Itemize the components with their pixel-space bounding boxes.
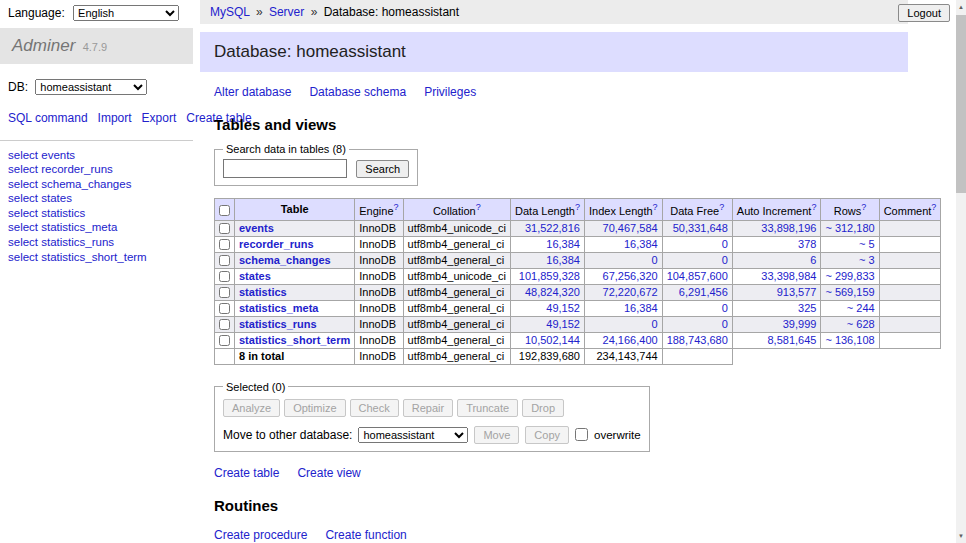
sidebar-link-select-statistics-runs[interactable]: select statistics_runs xyxy=(8,236,185,250)
create-function-link[interactable]: Create function xyxy=(325,528,406,542)
index-length-link[interactable]: 70,467,584 xyxy=(603,222,658,234)
data-free-link[interactable]: 50,331,648 xyxy=(673,222,728,234)
search-input[interactable] xyxy=(223,159,347,178)
auto-increment-link[interactable]: 378 xyxy=(798,238,816,250)
index-length-link[interactable]: 0 xyxy=(652,254,658,266)
index-length-link[interactable]: 72,220,672 xyxy=(603,286,658,298)
column-help-link[interactable]: ? xyxy=(719,202,724,212)
check-button[interactable]: Check xyxy=(350,399,399,417)
table-link-recorder_runs[interactable]: recorder_runs xyxy=(239,238,314,250)
index-length-link[interactable]: 24,166,400 xyxy=(603,334,658,346)
table-link-statistics_runs[interactable]: statistics_runs xyxy=(239,318,317,330)
data-length-link[interactable]: 16,384 xyxy=(546,254,580,266)
db-nav-database-schema[interactable]: Database schema xyxy=(309,85,406,99)
row-checkbox[interactable] xyxy=(219,303,230,314)
scroll-down-icon[interactable]: ▼ xyxy=(956,529,966,543)
rows-link[interactable]: ~ 5 xyxy=(859,238,875,250)
sidebar-action-export[interactable]: Export xyxy=(142,111,177,125)
rows-link[interactable]: ~ 3 xyxy=(859,254,875,266)
db-nav-privileges[interactable]: Privileges xyxy=(424,85,476,99)
row-checkbox[interactable] xyxy=(219,287,230,298)
rows-link[interactable]: ~ 244 xyxy=(847,302,875,314)
data-free-link[interactable]: 6,291,456 xyxy=(679,286,728,298)
column-help-link[interactable]: ? xyxy=(861,202,866,212)
data-free-link[interactable]: 0 xyxy=(722,318,728,330)
data-length-link[interactable]: 16,384 xyxy=(546,238,580,250)
sidebar-link-select-schema-changes[interactable]: select schema_changes xyxy=(8,178,185,192)
rows-link[interactable]: ~ 628 xyxy=(847,318,875,330)
drop-button[interactable]: Drop xyxy=(522,399,564,417)
auto-increment-link[interactable]: 325 xyxy=(798,302,816,314)
sidebar-link-select-recorder-runs[interactable]: select recorder_runs xyxy=(8,163,185,177)
overwrite-label[interactable]: overwrite xyxy=(594,429,641,441)
auto-increment-link[interactable]: 33,398,984 xyxy=(761,270,816,282)
rows-link[interactable]: ~ 569,159 xyxy=(825,286,874,298)
scrollbar-thumb[interactable] xyxy=(956,15,966,193)
logout-button[interactable]: Logout xyxy=(898,4,950,22)
index-length-link[interactable]: 16,384 xyxy=(624,302,658,314)
table-link-states[interactable]: states xyxy=(239,270,271,282)
move-db-select[interactable]: homeassistant xyxy=(358,427,468,443)
adminer-logo-link[interactable]: Adminer xyxy=(12,36,75,55)
row-checkbox[interactable] xyxy=(219,271,230,282)
auto-increment-link[interactable]: 39,999 xyxy=(783,318,817,330)
data-free-link[interactable]: 188,743,680 xyxy=(667,334,728,346)
table-link-statistics_meta[interactable]: statistics_meta xyxy=(239,302,319,314)
vertical-scrollbar[interactable]: ▲ ▼ xyxy=(956,0,966,543)
select-all-checkbox[interactable] xyxy=(219,205,230,216)
sidebar-link-select-statistics[interactable]: select statistics xyxy=(8,207,185,221)
data-length-link[interactable]: 48,824,320 xyxy=(525,286,580,298)
row-checkbox[interactable] xyxy=(219,255,230,266)
auto-increment-link[interactable]: 913,577 xyxy=(777,286,817,298)
breadcrumb-server-link[interactable]: Server xyxy=(269,5,304,19)
rows-link[interactable]: ~ 136,108 xyxy=(825,334,874,346)
scroll-up-icon[interactable]: ▲ xyxy=(956,0,966,14)
column-help-link[interactable]: ? xyxy=(653,202,658,212)
db-nav-alter-database[interactable]: Alter database xyxy=(214,85,291,99)
table-link-statistics[interactable]: statistics xyxy=(239,286,287,298)
sidebar-action-import[interactable]: Import xyxy=(98,111,132,125)
column-help-link[interactable]: ? xyxy=(575,202,580,212)
data-length-link[interactable]: 101,859,328 xyxy=(519,270,580,282)
row-checkbox[interactable] xyxy=(219,223,230,234)
analyze-button[interactable]: Analyze xyxy=(223,399,280,417)
column-help-link[interactable]: ? xyxy=(394,202,399,212)
row-checkbox[interactable] xyxy=(219,239,230,250)
repair-button[interactable]: Repair xyxy=(403,399,453,417)
breadcrumb-mysql-link[interactable]: MySQL xyxy=(210,5,250,19)
column-help-link[interactable]: ? xyxy=(476,202,481,212)
language-select[interactable]: English xyxy=(73,5,179,21)
rows-link[interactable]: ~ 299,833 xyxy=(825,270,874,282)
rows-link[interactable]: ~ 312,180 xyxy=(825,222,874,234)
truncate-button[interactable]: Truncate xyxy=(457,399,518,417)
table-link-statistics_short_term[interactable]: statistics_short_term xyxy=(239,334,350,346)
table-link-schema_changes[interactable]: schema_changes xyxy=(239,254,331,266)
db-select[interactable]: homeassistant xyxy=(35,79,147,95)
column-help-link[interactable]: ? xyxy=(811,202,816,212)
data-length-link[interactable]: 10,502,144 xyxy=(525,334,580,346)
data-free-link[interactable]: 0 xyxy=(722,238,728,250)
index-length-link[interactable]: 16,384 xyxy=(624,238,658,250)
data-free-link[interactable]: 0 xyxy=(722,254,728,266)
index-length-link[interactable]: 0 xyxy=(652,318,658,330)
column-help-link[interactable]: ? xyxy=(931,202,936,212)
data-length-link[interactable]: 31,522,816 xyxy=(525,222,580,234)
optimize-button[interactable]: Optimize xyxy=(284,399,345,417)
data-length-link[interactable]: 49,152 xyxy=(546,318,580,330)
sidebar-link-select-statistics-short-term[interactable]: select statistics_short_term xyxy=(8,251,185,265)
data-length-link[interactable]: 49,152 xyxy=(546,302,580,314)
data-free-link[interactable]: 0 xyxy=(722,302,728,314)
create-procedure-link[interactable]: Create procedure xyxy=(214,528,307,542)
create-view-link[interactable]: Create view xyxy=(297,466,360,480)
auto-increment-link[interactable]: 6 xyxy=(810,254,816,266)
overwrite-checkbox[interactable] xyxy=(575,428,588,441)
auto-increment-link[interactable]: 33,898,196 xyxy=(761,222,816,234)
sidebar-link-select-events[interactable]: select events xyxy=(8,149,185,163)
move-button[interactable]: Move xyxy=(474,426,519,444)
row-checkbox[interactable] xyxy=(219,319,230,330)
auto-increment-link[interactable]: 8,581,645 xyxy=(767,334,816,346)
create-table-link[interactable]: Create table xyxy=(214,466,279,480)
sidebar-link-select-states[interactable]: select states xyxy=(8,192,185,206)
search-button[interactable]: Search xyxy=(356,160,409,178)
table-link-events[interactable]: events xyxy=(239,222,274,234)
